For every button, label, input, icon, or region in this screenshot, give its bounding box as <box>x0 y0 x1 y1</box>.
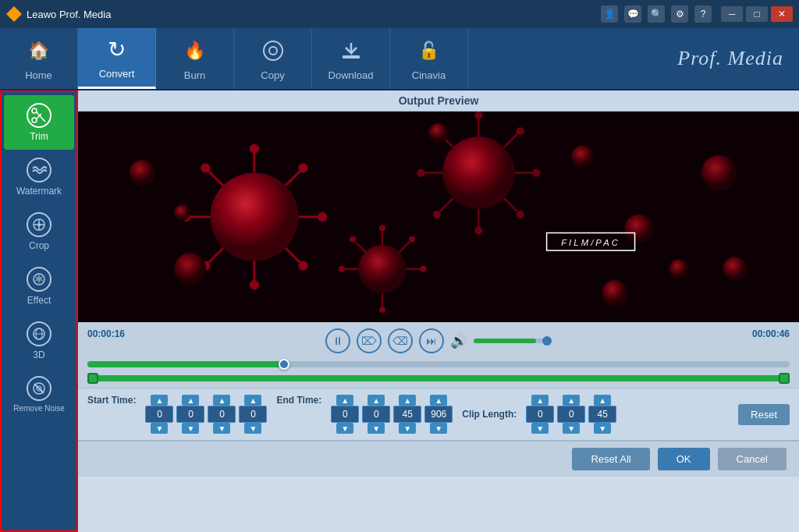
start-ms-down[interactable]: ▼ <box>244 423 261 434</box>
svg-point-42 <box>417 168 424 176</box>
end-ms-input[interactable] <box>424 406 453 423</box>
end-h-spinner: ▲ ▼ <box>331 395 359 434</box>
end-h-input[interactable] <box>331 406 359 423</box>
range-handle-left[interactable] <box>87 373 98 384</box>
end-m-spinner: ▲ ▼ <box>362 395 390 434</box>
start-time-spinners: ▲ ▼ ▲ ▼ ▲ ▼ ▲ ▼ <box>145 395 267 434</box>
download-icon <box>337 37 365 65</box>
start-h-input[interactable] <box>145 406 173 423</box>
end-s-up[interactable]: ▲ <box>399 395 416 406</box>
end-s-down[interactable]: ▼ <box>399 423 416 434</box>
svg-point-27 <box>250 280 259 289</box>
progress-thumb[interactable] <box>279 359 289 370</box>
clip-m-input[interactable] <box>557 406 585 423</box>
end-time-label: End Time: <box>276 395 321 406</box>
svg-point-21 <box>250 144 259 154</box>
restore-button[interactable]: □ <box>746 6 768 22</box>
sidebar-item-watermark[interactable]: Watermark <box>4 150 74 204</box>
clip-s-up[interactable]: ▲ <box>594 395 611 406</box>
end-m-up[interactable]: ▲ <box>368 395 385 406</box>
search-icon[interactable]: 🔍 <box>648 5 665 23</box>
avatar-icon[interactable]: 👤 <box>601 5 618 23</box>
start-s-input[interactable] <box>208 406 236 423</box>
nav-convert[interactable]: ↻ Convert <box>78 28 156 89</box>
sidebar-item-3d[interactable]: 3D <box>4 314 74 368</box>
clip-h-down[interactable]: ▼ <box>531 423 549 434</box>
minimize-button[interactable]: ─ <box>721 6 743 22</box>
end-ms-up[interactable]: ▲ <box>430 395 447 406</box>
home-icon: 🏠 <box>25 37 53 65</box>
svg-point-31 <box>201 163 210 172</box>
trim-label: Trim <box>30 131 48 142</box>
crop-label: Crop <box>29 240 49 251</box>
svg-point-68 <box>571 146 594 168</box>
settings-icon[interactable]: ⚙ <box>671 5 688 23</box>
nav-copy-label: Copy <box>261 69 284 81</box>
progress-container[interactable] <box>87 356 790 372</box>
clip-h-input[interactable] <box>526 406 554 423</box>
start-s-spinner: ▲ ▼ <box>208 395 236 434</box>
start-m-down[interactable]: ▼ <box>182 423 199 434</box>
close-button[interactable]: ✕ <box>771 6 793 22</box>
sidebar-item-crop[interactable]: Crop <box>4 204 74 259</box>
end-ms-down[interactable]: ▼ <box>430 423 447 434</box>
time-row: 00:00:16 ⏸ ⌦ ⌫ ⏭ 🔊 00:00:46 <box>87 328 790 353</box>
convert-icon: ↻ <box>103 35 131 63</box>
mark-in-button[interactable]: ⌦ <box>357 328 382 353</box>
svg-point-70 <box>130 160 155 186</box>
reset-button[interactable]: Reset <box>738 404 790 425</box>
range-bar[interactable] <box>87 375 790 381</box>
chat-icon[interactable]: 💬 <box>624 5 641 23</box>
watermark-icon <box>27 158 51 183</box>
start-ms-up[interactable]: ▲ <box>244 395 261 406</box>
ok-button[interactable]: OK <box>658 448 710 470</box>
svg-point-63 <box>409 236 415 243</box>
volume-fill <box>474 339 536 343</box>
sidebar-item-effect[interactable]: Effect <box>4 259 74 314</box>
mark-out-button[interactable]: ⌫ <box>388 328 413 353</box>
end-m-down[interactable]: ▼ <box>368 423 385 434</box>
clip-s-input[interactable] <box>588 406 616 423</box>
start-h-up[interactable]: ▲ <box>151 395 168 406</box>
end-s-input[interactable] <box>393 406 421 423</box>
range-handle-right[interactable] <box>779 373 790 384</box>
svg-point-55 <box>379 225 385 231</box>
clip-h-up[interactable]: ▲ <box>531 395 549 406</box>
end-m-input[interactable] <box>362 406 390 423</box>
nav-copy[interactable]: Copy <box>234 28 312 89</box>
svg-point-40 <box>532 168 540 176</box>
start-m-input[interactable] <box>176 406 204 423</box>
nav-home[interactable]: 🏠 Home <box>0 28 78 89</box>
sidebar-item-trim[interactable]: Trim <box>4 95 74 150</box>
skip-button[interactable]: ⏭ <box>419 328 444 353</box>
end-h-down[interactable]: ▼ <box>336 423 353 434</box>
start-m-up[interactable]: ▲ <box>182 395 199 406</box>
clip-s-down[interactable]: ▼ <box>594 423 611 434</box>
volume-track[interactable] <box>474 339 552 343</box>
nav-cinavia-label: Cinavia <box>412 69 446 81</box>
cancel-button[interactable]: Cancel <box>718 448 787 470</box>
start-s-down[interactable]: ▼ <box>213 423 230 434</box>
start-time-label: Start Time: <box>87 395 136 406</box>
bottom-bar: Reset All OK Cancel <box>78 440 799 477</box>
clip-s-spinner: ▲ ▼ <box>588 395 616 434</box>
time-inputs-row: Start Time: ▲ ▼ ▲ ▼ ▲ ▼ ▲ <box>78 388 799 440</box>
clip-m-up[interactable]: ▲ <box>563 395 580 406</box>
nav-download[interactable]: Download <box>312 28 390 89</box>
svg-point-57 <box>420 266 426 272</box>
sidebar-item-remove-noise[interactable]: Remove Noise <box>4 368 74 420</box>
pause-button[interactable]: ⏸ <box>325 328 350 353</box>
end-s-spinner: ▲ ▼ <box>393 395 421 434</box>
help-icon[interactable]: ? <box>694 5 712 23</box>
start-h-down[interactable]: ▼ <box>151 423 168 434</box>
start-s-up[interactable]: ▲ <box>213 395 230 406</box>
clip-m-spinner: ▲ ▼ <box>557 395 585 434</box>
nav-cinavia[interactable]: 🔓 Cinavia <box>390 28 468 89</box>
nav-burn[interactable]: 🔥 Burn <box>156 28 234 89</box>
reset-all-button[interactable]: Reset All <box>572 448 649 470</box>
app-logo <box>6 6 22 22</box>
svg-point-66 <box>624 215 653 243</box>
end-h-up[interactable]: ▲ <box>336 395 353 406</box>
clip-m-down[interactable]: ▼ <box>563 423 580 434</box>
start-ms-input[interactable] <box>239 406 267 423</box>
